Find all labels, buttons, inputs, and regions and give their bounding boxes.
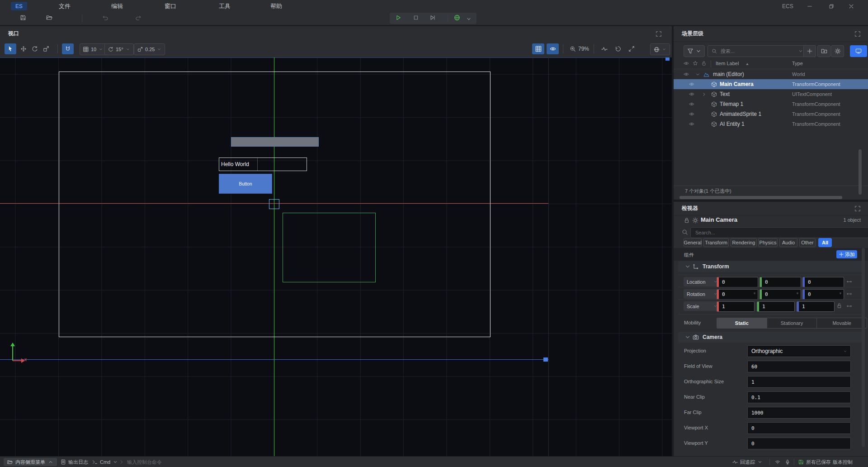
step-forward-button[interactable] [429,14,436,22]
move-tool-button[interactable] [18,43,29,54]
tree-row-main-editor-[interactable]: main (Editor)World [674,69,868,79]
gizmo-visibility-toggle[interactable] [547,43,559,54]
maximize-panel-icon[interactable] [854,205,861,212]
eye-icon[interactable] [689,99,694,109]
content-drawer-button[interactable]: 内容侧滑菜单 [4,458,57,466]
minimize-button[interactable] [803,0,816,12]
tree-row-tilemap-1[interactable]: Tilemap 1TransformComponent [674,99,868,109]
property-field-near-clip[interactable] [747,391,851,403]
open-project-button[interactable] [46,14,52,22]
hierarchy-search-input[interactable] [720,48,795,54]
menu-item-4[interactable]: 工具 [216,0,233,12]
eye-icon[interactable] [689,89,694,99]
eye-icon[interactable] [689,109,694,119]
reset-link-icon[interactable] [846,291,852,297]
lock-icon[interactable] [684,217,690,224]
tab-transform[interactable]: Transform [703,238,729,247]
scale-y-field[interactable] [757,301,795,312]
menu-item-1[interactable]: 文件 [56,0,73,12]
gear-icon[interactable] [692,217,698,224]
scale-z-input[interactable] [799,304,834,310]
settings-button[interactable] [831,45,844,57]
scene-canvas[interactable]: Hello World Button x [0,57,672,456]
location-z-field[interactable] [802,277,844,287]
property-field-viewport-x[interactable] [747,422,851,434]
display-mode-button[interactable] [850,45,867,57]
version-control-button[interactable]: 版本控制 [833,457,853,467]
network-status-button[interactable] [775,457,780,467]
chevron-down-icon[interactable] [684,263,691,270]
scale-lock-icon[interactable] [836,303,842,309]
save-button[interactable] [20,14,26,22]
stop-button[interactable] [413,14,419,22]
location-mode-dropdown[interactable]: Location [684,277,721,286]
scale-tool-button[interactable] [40,43,52,54]
rotate-tool-button[interactable] [29,43,41,54]
scale-x-input[interactable] [719,304,754,310]
inspector-search[interactable] [690,227,868,238]
fullscreen-button[interactable] [626,43,637,54]
text-widget[interactable]: Hello World [219,157,307,171]
maximize-panel-icon[interactable] [656,31,662,37]
run-target-caret[interactable] [466,16,472,24]
eye-icon[interactable] [689,119,694,129]
property-field-viewport-y[interactable] [747,438,851,449]
property-field-far-clip[interactable] [747,407,851,419]
menu-item-2[interactable]: 编辑 [108,0,126,12]
reset-view-button[interactable] [613,43,623,54]
tree-row-text[interactable]: TextUITextComponent [674,89,868,99]
property-field-projection[interactable] [747,345,851,357]
console-input[interactable]: 输入控制台命令 [119,457,162,467]
rotation-y-field[interactable]: ° [760,289,801,300]
tab-audio[interactable]: Audio [779,238,797,247]
rotation-mode-dropdown[interactable]: Rotation [684,289,721,299]
tab-physics[interactable]: Physics [758,238,778,247]
rotation-z-field[interactable]: ° [802,289,844,300]
maximize-panel-icon[interactable] [854,31,861,37]
rotation-x-field[interactable]: ° [717,289,758,300]
tree-row-animatedsprite-1[interactable]: AnimatedSprite 1TransformComponent [674,109,868,119]
cmd-dropdown[interactable]: Cmd [92,457,118,467]
mobility-option-movable[interactable]: Movable [817,318,867,328]
scale-snap-dropdown[interactable]: 0.25 [134,43,165,55]
play-button[interactable] [395,14,401,22]
property-input[interactable] [748,441,850,447]
filter-button[interactable] [684,45,705,57]
property-field-orthographic-size[interactable] [747,376,851,388]
menu-item-5[interactable]: 帮助 [268,0,285,12]
redo-button[interactable] [135,14,142,22]
restore-button[interactable] [825,0,838,12]
rotation-z-input[interactable] [805,291,840,297]
grid-visibility-toggle[interactable] [532,43,544,54]
vertical-scrollbar[interactable] [862,248,865,447]
vertical-scrollbar[interactable] [859,149,862,195]
selection-box[interactable] [269,199,279,209]
app-logo[interactable]: ES [11,2,27,10]
property-field-field-of-view[interactable] [747,361,851,372]
location-y-input[interactable] [762,279,801,285]
eye-icon[interactable] [684,69,689,79]
new-folder-button[interactable] [817,45,830,57]
backtrace-dropdown[interactable]: 回追踪 [732,457,763,467]
select-tool-button[interactable] [5,43,16,54]
visibility-column-icon[interactable] [684,61,689,66]
tab-other[interactable]: Other [799,238,816,247]
mobility-option-stationary[interactable]: Stationary [767,318,817,328]
mobility-option-static[interactable]: Static [717,318,767,328]
favorite-column-icon[interactable] [693,61,698,66]
location-x-input[interactable] [719,279,758,285]
property-input[interactable] [748,364,850,370]
tree-row-ai-entity-1[interactable]: AI Entity 1TransformComponent [674,119,868,129]
scale-y-input[interactable] [759,304,794,310]
tab-rendering[interactable]: Rendering [731,238,757,247]
rotation-x-input[interactable] [719,291,754,297]
button-widget[interactable]: Button [219,174,272,194]
world-run-target-button[interactable] [454,14,460,22]
location-y-field[interactable] [760,277,801,287]
reset-link-icon[interactable] [846,279,852,285]
camera-section-header[interactable]: Camera [678,332,863,343]
slider-widget[interactable] [231,137,319,147]
horizontal-scrollbar[interactable] [679,196,842,199]
column-type[interactable]: Type [792,61,803,66]
eye-icon[interactable] [689,79,694,89]
